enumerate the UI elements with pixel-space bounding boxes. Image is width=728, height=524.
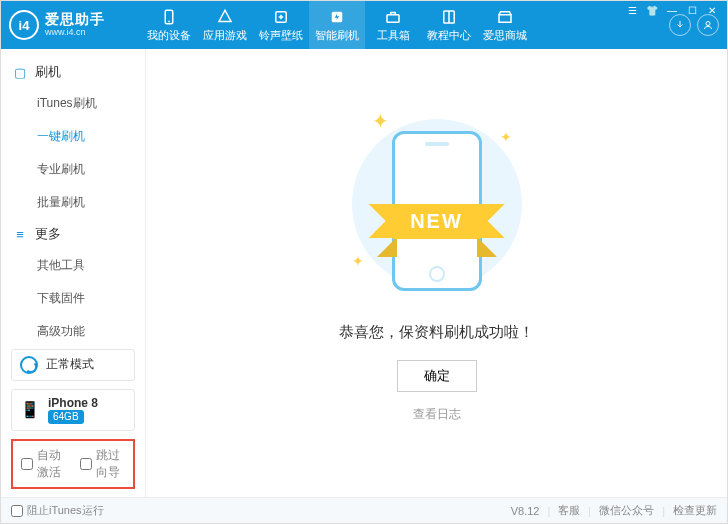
tab-label: 工具箱 bbox=[377, 28, 410, 43]
svg-point-7 bbox=[706, 22, 710, 26]
checkbox-label: 自动激活 bbox=[37, 447, 66, 481]
menu-lines-icon: ≡ bbox=[13, 227, 27, 242]
tab-label: 我的设备 bbox=[147, 28, 191, 43]
brand-name: 爱思助手 bbox=[45, 12, 105, 27]
apps-icon bbox=[216, 8, 234, 26]
maximize-icon[interactable]: ☐ bbox=[685, 5, 699, 16]
tab-tutorials[interactable]: 教程中心 bbox=[421, 1, 477, 49]
view-log-link[interactable]: 查看日志 bbox=[413, 406, 461, 423]
book-icon bbox=[440, 8, 458, 26]
tab-label: 铃声壁纸 bbox=[259, 28, 303, 43]
sidebar: ▢ 刷机 iTunes刷机 一键刷机 专业刷机 批量刷机 ≡ 更多 其他工具 下… bbox=[1, 49, 146, 497]
brand-url: www.i4.cn bbox=[45, 28, 105, 38]
tab-my-device[interactable]: 我的设备 bbox=[141, 1, 197, 49]
tab-toolbox[interactable]: 工具箱 bbox=[365, 1, 421, 49]
sparkle-icon: ✦ bbox=[372, 109, 389, 133]
tab-store[interactable]: 爱思商城 bbox=[477, 1, 533, 49]
check-update-link[interactable]: 检查更新 bbox=[673, 503, 717, 518]
main-content: ✦ ✦ ✦ NEW 恭喜您，保资料刷机成功啦！ 确定 查看日志 bbox=[146, 49, 727, 497]
sidebar-item-label: 专业刷机 bbox=[37, 162, 85, 176]
mode-label: 正常模式 bbox=[46, 356, 94, 373]
sidebar-item-label: 高级功能 bbox=[37, 324, 85, 338]
header-tabs: 我的设备 应用游戏 铃声壁纸 智能刷机 工具箱 教程中心 bbox=[141, 1, 661, 49]
group-title: 刷机 bbox=[35, 63, 61, 81]
sidebar-item-pro-flash[interactable]: 专业刷机 bbox=[1, 153, 145, 186]
new-ribbon: NEW bbox=[392, 204, 481, 239]
device-info-box[interactable]: 📱 iPhone 8 64GB bbox=[11, 389, 135, 431]
version-label: V8.12 bbox=[511, 505, 540, 517]
checkbox-input[interactable] bbox=[11, 505, 23, 517]
sidebar-item-batch-flash[interactable]: 批量刷机 bbox=[1, 186, 145, 219]
store-icon bbox=[496, 8, 514, 26]
tab-ringtones[interactable]: 铃声壁纸 bbox=[253, 1, 309, 49]
close-icon[interactable]: ✕ bbox=[705, 5, 719, 16]
checkbox-label: 阻止iTunes运行 bbox=[27, 503, 104, 518]
download-icon bbox=[674, 19, 686, 31]
sidebar-group-flash: ▢ 刷机 bbox=[1, 57, 145, 87]
checkbox-input[interactable] bbox=[21, 458, 33, 470]
flash-options-row: 自动激活 跳过向导 bbox=[11, 439, 135, 489]
group-title: 更多 bbox=[35, 225, 61, 243]
sparkle-icon: ✦ bbox=[352, 253, 364, 269]
tab-label: 教程中心 bbox=[427, 28, 471, 43]
sidebar-item-label: 其他工具 bbox=[37, 258, 85, 272]
block-itunes-checkbox[interactable]: 阻止iTunes运行 bbox=[11, 503, 104, 518]
success-illustration: ✦ ✦ ✦ NEW bbox=[332, 109, 542, 299]
sparkle-icon: ✦ bbox=[500, 129, 512, 145]
user-icon bbox=[702, 19, 714, 31]
tab-smart-flash[interactable]: 智能刷机 bbox=[309, 1, 365, 49]
phone-icon: 📱 bbox=[20, 400, 40, 419]
refresh-icon bbox=[20, 356, 38, 374]
sidebar-item-download-fw[interactable]: 下载固件 bbox=[1, 282, 145, 315]
tab-label: 应用游戏 bbox=[203, 28, 247, 43]
device-storage: 64GB bbox=[48, 410, 84, 424]
menu-icon[interactable]: ☰ bbox=[625, 5, 639, 16]
sidebar-item-label: 批量刷机 bbox=[37, 195, 85, 209]
sidebar-item-itunes-flash[interactable]: iTunes刷机 bbox=[1, 87, 145, 120]
sidebar-item-label: 下载固件 bbox=[37, 291, 85, 305]
sidebar-group-more: ≡ 更多 bbox=[1, 219, 145, 249]
download-button[interactable] bbox=[669, 14, 691, 36]
tab-label: 爱思商城 bbox=[483, 28, 527, 43]
music-icon bbox=[272, 8, 290, 26]
app-header: ☰ 👕 — ☐ ✕ i4 爱思助手 www.i4.cn 我的设备 应用游戏 bbox=[1, 1, 727, 49]
auto-activate-checkbox[interactable]: 自动激活 bbox=[21, 447, 66, 481]
checkbox-label: 跳过向导 bbox=[96, 447, 125, 481]
skip-guide-checkbox[interactable]: 跳过向导 bbox=[80, 447, 125, 481]
status-bar: 阻止iTunes运行 V8.12 | 客服 | 微信公众号 | 检查更新 bbox=[1, 497, 727, 523]
tab-label: 智能刷机 bbox=[315, 28, 359, 43]
skin-icon[interactable]: 👕 bbox=[645, 5, 659, 16]
success-message: 恭喜您，保资料刷机成功啦！ bbox=[339, 323, 534, 342]
device-mode-box[interactable]: 正常模式 bbox=[11, 349, 135, 381]
sidebar-item-label: 一键刷机 bbox=[37, 129, 85, 143]
sidebar-item-oneclick-flash[interactable]: 一键刷机 bbox=[1, 120, 145, 153]
tab-apps[interactable]: 应用游戏 bbox=[197, 1, 253, 49]
flash-icon bbox=[328, 8, 346, 26]
sidebar-item-advanced[interactable]: 高级功能 bbox=[1, 315, 145, 341]
confirm-button[interactable]: 确定 bbox=[397, 360, 477, 392]
sidebar-item-label: iTunes刷机 bbox=[37, 96, 97, 110]
logo-area: i4 爱思助手 www.i4.cn bbox=[9, 10, 141, 40]
svg-rect-4 bbox=[387, 14, 399, 22]
window-controls: ☰ 👕 — ☐ ✕ bbox=[625, 5, 719, 16]
phone-outline-icon: ▢ bbox=[13, 65, 27, 80]
checkbox-input[interactable] bbox=[80, 458, 92, 470]
wechat-link[interactable]: 微信公众号 bbox=[599, 503, 654, 518]
logo-icon: i4 bbox=[9, 10, 39, 40]
sidebar-item-other-tools[interactable]: 其他工具 bbox=[1, 249, 145, 282]
minimize-icon[interactable]: — bbox=[665, 5, 679, 16]
phone-icon bbox=[160, 8, 178, 26]
device-name: iPhone 8 bbox=[48, 396, 98, 410]
support-link[interactable]: 客服 bbox=[558, 503, 580, 518]
toolbox-icon bbox=[384, 8, 402, 26]
user-button[interactable] bbox=[697, 14, 719, 36]
